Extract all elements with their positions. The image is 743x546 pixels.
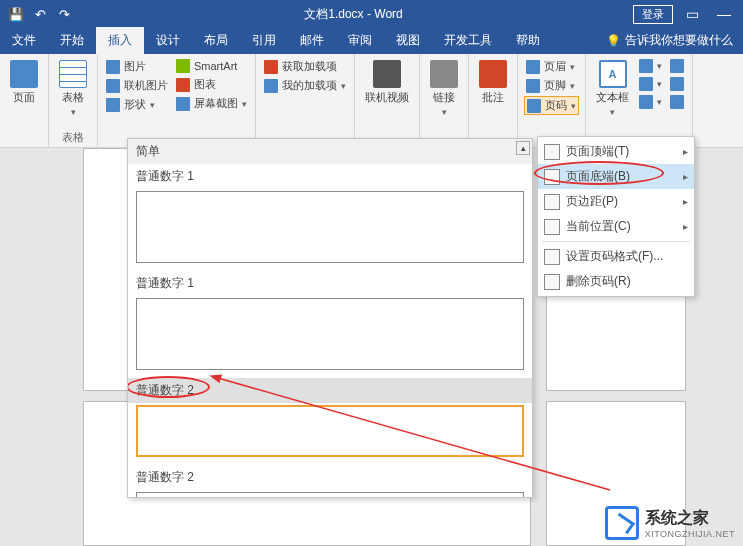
current-position-icon <box>544 219 560 235</box>
gallery-item[interactable]: 普通数字 2 <box>128 465 532 490</box>
menu-page-bottom[interactable]: 页面底端(B) ▸ <box>538 164 694 189</box>
watermark-logo-icon <box>605 506 639 540</box>
smartart-icon <box>176 59 190 73</box>
gallery-item-selected[interactable]: 普通数字 2 <box>128 378 532 403</box>
redo-icon[interactable]: ↷ <box>54 4 74 24</box>
my-addins-icon <box>264 79 278 93</box>
video-icon <box>373 60 401 88</box>
tab-home[interactable]: 开始 <box>48 27 96 54</box>
gallery-category-simple: 简单 <box>128 139 532 164</box>
document-title: 文档1.docx - Word <box>80 6 627 23</box>
header-icon <box>526 60 540 74</box>
comment-button[interactable]: 批注 <box>475 58 511 107</box>
chevron-right-icon: ▸ <box>683 146 688 157</box>
chevron-right-icon: ▸ <box>683 221 688 232</box>
tab-developer[interactable]: 开发工具 <box>432 27 504 54</box>
pages-icon <box>10 60 38 88</box>
shapes-button[interactable]: 形状▾ <box>104 96 170 113</box>
pictures-icon <box>106 60 120 74</box>
wordart-button[interactable]: ▾ <box>637 76 664 92</box>
menu-format-page-numbers[interactable]: 设置页码格式(F)... <box>538 244 694 269</box>
format-icon <box>544 249 560 265</box>
ribbon-display-icon[interactable]: ▭ <box>679 6 705 22</box>
table-icon <box>59 60 87 88</box>
object-icon <box>670 95 684 109</box>
menu-page-margins[interactable]: 页边距(P) ▸ <box>538 189 694 214</box>
menu-separator <box>542 241 690 242</box>
my-addins-button[interactable]: 我的加载项▾ <box>262 77 348 94</box>
gallery-item[interactable]: 普通数字 1 <box>128 164 532 189</box>
drop-cap-icon <box>639 95 653 109</box>
link-icon <box>430 60 458 88</box>
tell-me-input[interactable]: 💡 告诉我你想要做什么 <box>596 27 743 54</box>
tab-references[interactable]: 引用 <box>240 27 288 54</box>
undo-icon[interactable]: ↶ <box>30 4 50 24</box>
page-number-menu: 页面顶端(T) ▸ 页面底端(B) ▸ 页边距(P) ▸ 当前位置(C) ▸ 设… <box>537 136 695 297</box>
group-label-tables: 表格 <box>55 130 91 145</box>
gallery-preview-hover[interactable] <box>136 405 524 457</box>
annotation-oval <box>127 376 210 398</box>
menu-page-top[interactable]: 页面顶端(T) ▸ <box>538 139 694 164</box>
chart-button[interactable]: 图表 <box>174 76 249 93</box>
gallery-preview[interactable] <box>136 191 524 263</box>
signature-button[interactable] <box>668 58 686 74</box>
get-addins-button[interactable]: 获取加载项 <box>262 58 348 75</box>
footer-button[interactable]: 页脚▾ <box>524 77 579 94</box>
save-icon[interactable]: 💾 <box>6 4 26 24</box>
links-button[interactable]: 链接 ▾ <box>426 58 462 119</box>
comment-icon <box>479 60 507 88</box>
chevron-right-icon: ▸ <box>683 171 688 182</box>
page-top-icon <box>544 144 560 160</box>
screenshot-icon <box>176 97 190 111</box>
tab-layout[interactable]: 布局 <box>192 27 240 54</box>
signature-icon <box>670 59 684 73</box>
lightbulb-icon: 💡 <box>606 34 621 48</box>
menu-remove-page-numbers[interactable]: 删除页码(R) <box>538 269 694 294</box>
tab-review[interactable]: 审阅 <box>336 27 384 54</box>
gallery-preview[interactable] <box>136 298 524 370</box>
pages-button[interactable]: 页面 <box>6 58 42 107</box>
chart-icon <box>176 78 190 92</box>
page-number-icon <box>527 99 541 113</box>
chevron-down-icon: ▾ <box>71 107 76 117</box>
ribbon: 页面 表格 ▾ 表格 图片 联机图片 形状▾ SmartArt 图表 屏幕截图▾… <box>0 54 743 148</box>
tab-mailings[interactable]: 邮件 <box>288 27 336 54</box>
tab-insert[interactable]: 插入 <box>96 27 144 54</box>
watermark-title: 系统之家 <box>645 508 735 529</box>
quick-parts-button[interactable]: ▾ <box>637 58 664 74</box>
watermark: 系统之家 XITONGZHIJIA.NET <box>605 506 735 540</box>
text-box-button[interactable]: A 文本框 ▾ <box>592 58 633 119</box>
title-bar: 💾 ↶ ↷ 文档1.docx - Word 登录 ▭ — <box>0 0 743 28</box>
screenshot-button[interactable]: 屏幕截图▾ <box>174 95 249 112</box>
gallery-preview[interactable] <box>136 492 524 498</box>
login-button[interactable]: 登录 <box>633 5 673 24</box>
object-button[interactable] <box>668 94 686 110</box>
table-button[interactable]: 表格 ▾ <box>55 58 91 119</box>
watermark-subtitle: XITONGZHIJIA.NET <box>645 529 735 539</box>
pictures-button[interactable]: 图片 <box>104 58 170 75</box>
drop-cap-button[interactable]: ▾ <box>637 94 664 110</box>
header-button[interactable]: 页眉▾ <box>524 58 579 75</box>
online-pictures-icon <box>106 79 120 93</box>
tab-view[interactable]: 视图 <box>384 27 432 54</box>
menu-current-position[interactable]: 当前位置(C) ▸ <box>538 214 694 239</box>
footer-icon <box>526 79 540 93</box>
minimize-icon[interactable]: — <box>711 6 737 22</box>
tab-help[interactable]: 帮助 <box>504 27 552 54</box>
scroll-up-icon[interactable]: ▴ <box>516 141 530 155</box>
smartart-button[interactable]: SmartArt <box>174 58 249 74</box>
date-time-button[interactable] <box>668 76 686 92</box>
ribbon-tabs: 文件 开始 插入 设计 布局 引用 邮件 审阅 视图 开发工具 帮助 💡 告诉我… <box>0 28 743 54</box>
online-pictures-button[interactable]: 联机图片 <box>104 77 170 94</box>
page-margins-icon <box>544 194 560 210</box>
tab-file[interactable]: 文件 <box>0 27 48 54</box>
date-icon <box>670 77 684 91</box>
page-bottom-icon <box>544 169 560 185</box>
page-number-button[interactable]: 页码▾ <box>524 96 579 115</box>
tab-design[interactable]: 设计 <box>144 27 192 54</box>
online-video-button[interactable]: 联机视频 <box>361 58 413 107</box>
chevron-right-icon: ▸ <box>683 196 688 207</box>
gallery-item[interactable]: 普通数字 1 <box>128 271 532 296</box>
remove-icon <box>544 274 560 290</box>
store-icon <box>264 60 278 74</box>
